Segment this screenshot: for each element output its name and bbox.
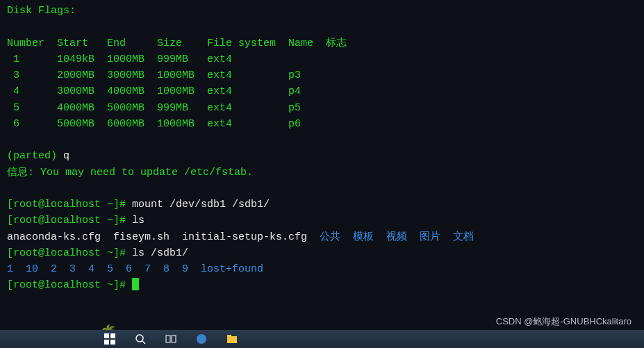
svg-point-8 [197, 334, 206, 344]
ls2-output: 1 10 2 3 4 5 6 7 8 9 lost+found [7, 261, 637, 277]
ls1-output: anaconda-ks.cfg fiseym.sh initial-setup-… [7, 229, 637, 245]
svg-rect-6 [166, 335, 170, 342]
cmd-ls2-line: [root@localhost ~]# ls /sdb1/ [7, 245, 637, 261]
cmd-ls1-line: [root@localhost ~]# ls [7, 213, 637, 229]
partition-row: 5 4000MB 5000MB 999MB ext4 p5 [7, 100, 637, 116]
taskbar[interactable] [0, 330, 644, 348]
cursor-block [132, 278, 139, 290]
svg-rect-0 [104, 333, 109, 338]
svg-rect-10 [227, 335, 231, 337]
partition-row: 4 3000MB 4000MB 1000MB ext4 p4 [7, 83, 637, 99]
partition-table-header: Number Start End Size File system Name 标… [7, 35, 637, 51]
disk-flags-label: Disk Flags: [7, 3, 637, 19]
terminal-window[interactable]: Disk Flags: Number Start End Size File s… [0, 0, 644, 330]
svg-rect-3 [110, 340, 115, 345]
info-line: 信息: You may need to update /etc/fstab. [7, 165, 637, 181]
windows-start-icon[interactable] [104, 333, 115, 345]
partition-row: 3 2000MB 3000MB 1000MB ext4 p3 [7, 67, 637, 83]
svg-rect-9 [227, 336, 237, 343]
parted-prompt-line: (parted) q [7, 148, 637, 164]
svg-point-4 [136, 335, 143, 342]
edge-icon[interactable] [196, 333, 207, 345]
svg-rect-2 [104, 340, 109, 345]
task-view-icon[interactable] [165, 333, 176, 345]
svg-rect-1 [110, 333, 115, 338]
partition-row: 6 5000MB 6000MB 1000MB ext4 p6 [7, 116, 637, 132]
search-icon[interactable] [135, 333, 146, 345]
file-explorer-icon[interactable] [226, 333, 238, 345]
svg-rect-7 [172, 335, 176, 342]
prompt-line[interactable]: [root@localhost ~]# [7, 277, 637, 293]
svg-line-5 [142, 341, 145, 344]
cmd-mount-line: [root@localhost ~]# mount /dev/sdb1 /sdb… [7, 197, 637, 213]
partition-row: 1 1049kB 1000MB 999MB ext4 [7, 51, 637, 67]
